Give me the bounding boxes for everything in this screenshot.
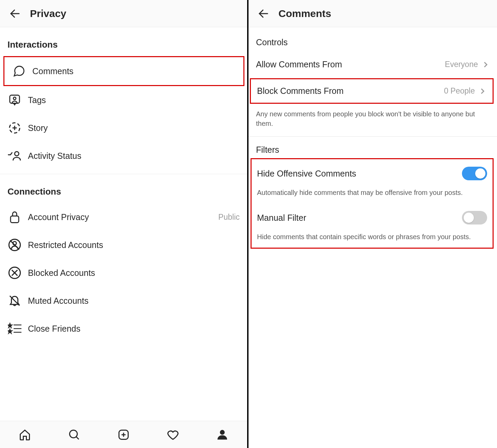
row-blocked-label: Blocked Accounts [28, 268, 240, 278]
search-icon [68, 429, 80, 441]
hide-offensive-desc: Automatically hide comments that may be … [252, 186, 493, 205]
privacy-screen: Privacy Interactions Comments Tags Story [0, 0, 248, 448]
row-restricted[interactable]: Restricted Accounts [0, 231, 247, 259]
privacy-content: Interactions Comments Tags Story [0, 27, 247, 421]
svg-point-25 [220, 430, 225, 434]
story-add-icon [8, 121, 21, 134]
lock-icon [9, 210, 21, 224]
header-bar: Privacy [0, 0, 247, 27]
row-account-privacy-value: Public [218, 213, 240, 222]
chevron-right-icon [481, 61, 490, 69]
tab-search[interactable] [67, 428, 81, 442]
highlight-filters: Hide Offensive Comments Automatically hi… [251, 158, 494, 249]
comments-screen: Comments Controls Allow Comments From Ev… [248, 0, 497, 448]
row-tags[interactable]: Tags [0, 86, 247, 114]
page-title-right: Comments [278, 8, 331, 19]
row-story-label: Story [28, 123, 240, 133]
row-allow-comments[interactable]: Allow Comments From Everyone [248, 51, 497, 78]
close-friends-list-icon [8, 322, 21, 335]
arrow-left-icon [9, 7, 21, 20]
header-bar-right: Comments [248, 0, 497, 27]
tab-activity[interactable] [166, 428, 180, 442]
row-tags-label: Tags [28, 95, 240, 105]
svg-marker-15 [8, 323, 12, 328]
profile-icon [217, 429, 228, 441]
row-comments-label: Comments [32, 66, 236, 76]
row-comments[interactable]: Comments [4, 57, 243, 85]
row-account-privacy-label: Account Privacy [28, 212, 218, 222]
tab-add[interactable] [117, 428, 130, 442]
row-activity-label: Activity Status [28, 151, 240, 161]
blocked-icon [8, 266, 21, 280]
svg-line-21 [76, 437, 79, 439]
tag-person-icon [8, 94, 21, 106]
activity-status-icon [8, 149, 21, 162]
manual-filter-toggle[interactable] [462, 211, 487, 225]
back-button-right[interactable] [255, 5, 272, 22]
page-title: Privacy [30, 8, 66, 19]
tab-profile[interactable] [215, 428, 229, 442]
comments-content: Controls Allow Comments From Everyone Bl… [248, 27, 497, 448]
manual-filter-label: Manual Filter [257, 213, 462, 223]
hide-offensive-label: Hide Offensive Comments [257, 169, 462, 179]
section-filters-header: Filters [248, 137, 497, 158]
row-block-value: 0 People [444, 86, 475, 96]
highlight-comments: Comments [3, 56, 244, 86]
row-allow-label: Allow Comments From [256, 60, 445, 69]
svg-point-6 [15, 152, 19, 156]
row-block-label: Block Comments From [257, 86, 444, 96]
svg-marker-16 [8, 329, 12, 333]
restricted-icon [8, 238, 21, 252]
add-post-icon [117, 429, 130, 441]
home-icon [19, 429, 31, 441]
manual-filter-desc: Hide comments that contain specific word… [252, 230, 493, 246]
row-muted[interactable]: Muted Accounts [0, 287, 247, 315]
chevron-right-icon [478, 87, 486, 95]
hide-offensive-toggle[interactable] [462, 167, 487, 180]
row-activity-status[interactable]: Activity Status [0, 142, 247, 170]
svg-rect-1 [10, 95, 20, 103]
svg-rect-7 [11, 216, 19, 223]
svg-point-2 [13, 97, 16, 100]
row-muted-label: Muted Accounts [28, 296, 240, 306]
row-account-privacy[interactable]: Account Privacy Public [0, 203, 247, 231]
section-connections-header: Connections [0, 174, 247, 203]
row-blocked[interactable]: Blocked Accounts [0, 259, 247, 287]
svg-point-20 [69, 430, 77, 438]
row-close-friends[interactable]: Close Friends [0, 315, 247, 343]
muted-bell-icon [8, 294, 21, 308]
row-block-comments[interactable]: Block Comments From 0 People [251, 79, 493, 103]
highlight-block-comments: Block Comments From 0 People [250, 78, 494, 104]
speech-bubble-icon [13, 65, 26, 78]
arrow-left-icon [257, 7, 270, 20]
block-comments-desc: Any new comments from people you block w… [248, 104, 497, 136]
row-allow-value: Everyone [445, 60, 478, 69]
row-close-friends-label: Close Friends [28, 324, 240, 334]
back-button[interactable] [7, 5, 23, 22]
section-interactions-header: Interactions [0, 27, 247, 56]
heart-icon [166, 429, 179, 441]
row-manual-filter: Manual Filter [252, 205, 493, 230]
row-story[interactable]: Story [0, 114, 247, 142]
row-hide-offensive: Hide Offensive Comments [252, 159, 493, 186]
row-restricted-label: Restricted Accounts [28, 240, 240, 250]
bottom-tab-bar [0, 421, 247, 448]
section-controls-header: Controls [248, 27, 497, 51]
tab-home[interactable] [18, 428, 32, 442]
